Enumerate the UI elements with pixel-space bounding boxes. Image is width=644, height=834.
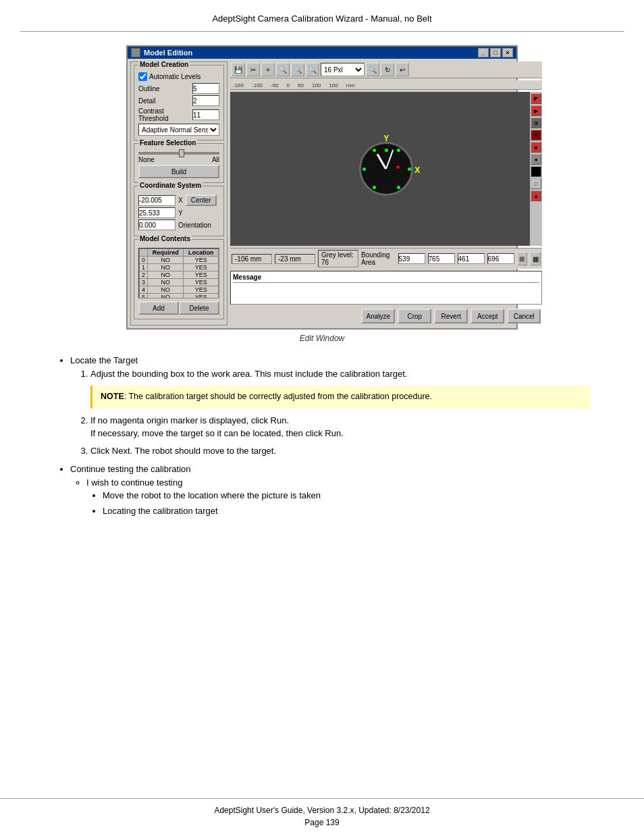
footer-guide: AdeptSight User's Guide, Version 3.2.x, … xyxy=(20,806,624,815)
continue-testing-list: I wish to continue testing Move the robo… xyxy=(70,476,590,518)
add-delete-row: Add Delete xyxy=(138,301,219,315)
accept-button[interactable]: Accept xyxy=(471,309,504,323)
zoom3-toolbar-btn[interactable]: 🔍 xyxy=(306,63,319,76)
x-input[interactable] xyxy=(138,195,176,206)
add-button[interactable]: Add xyxy=(138,301,179,315)
grid-btn1[interactable]: ⊞ xyxy=(517,252,528,265)
all-label: All xyxy=(212,156,219,163)
window-title: Model Edition xyxy=(144,49,192,57)
toolbar: 💾 ✂ + 🔍 🔍 🔍 16 Pxl 🔍 ↻ ↩ xyxy=(230,61,542,78)
model-creation-group: Model Creation Automatic Levels Outline xyxy=(134,65,224,140)
feature-slider-track xyxy=(138,152,219,155)
save-toolbar-btn[interactable]: 💾 xyxy=(232,63,245,76)
minimize-button[interactable]: _ xyxy=(478,48,489,57)
delete-button[interactable]: Delete xyxy=(179,301,219,315)
adaptive-select[interactable]: Adaptive Normal Sensitivity xyxy=(138,124,219,136)
bounding-b1[interactable] xyxy=(398,253,425,264)
bottom-buttons: Analyze Crop Revert Accept Cancel xyxy=(230,307,542,325)
ruler-tick: 0 xyxy=(287,82,290,88)
build-button[interactable]: Build xyxy=(138,165,219,178)
search-toolbar-btn[interactable]: 🔍 xyxy=(366,63,379,76)
window-body: Model Creation Automatic Levels Outline xyxy=(128,59,516,328)
feature-slider-thumb[interactable] xyxy=(179,149,184,157)
table-cell: 1 xyxy=(140,264,148,271)
grid-icon[interactable]: ⊞ xyxy=(531,118,541,128)
coordinate-system-title: Coordinate System xyxy=(138,182,203,189)
window-icon xyxy=(131,48,140,57)
coordinate-system-group: Coordinate System X Center Y xyxy=(134,186,224,236)
calibration-target: Y X xyxy=(359,142,413,196)
zoom-select[interactable]: 16 Pxl xyxy=(321,63,365,76)
table-cell: YES xyxy=(184,271,219,279)
feature-selection-title: Feature Selection xyxy=(138,139,197,147)
undo-toolbar-btn[interactable]: ↩ xyxy=(396,63,409,76)
bounding-b4[interactable] xyxy=(487,253,514,264)
white-icon[interactable]: □ xyxy=(531,178,541,189)
locating-target-label: Locating the calibration target xyxy=(103,506,218,516)
col-location: Location xyxy=(184,249,219,257)
contrast-label: Contrast Threshold xyxy=(138,107,192,122)
detail-input[interactable] xyxy=(192,95,219,106)
wish-continue-label: I wish to continue testing xyxy=(86,477,182,488)
note-bold: NOTE xyxy=(101,392,124,401)
red-arrow-icon[interactable]: ◤ xyxy=(531,93,541,104)
bounding-b2[interactable] xyxy=(428,253,455,264)
analyze-button[interactable]: Analyze xyxy=(361,309,395,323)
table-cell: NO xyxy=(148,294,184,299)
center-button[interactable]: Center xyxy=(186,194,217,206)
maximize-button[interactable]: □ xyxy=(490,48,501,57)
model-edition-window: Model Edition _ □ × Model Creation xyxy=(126,45,518,330)
plus-toolbar-btn[interactable]: + xyxy=(261,63,275,76)
window-controls[interactable]: _ □ × xyxy=(478,48,513,57)
refresh-toolbar-btn[interactable]: ↻ xyxy=(381,63,394,76)
square-icon[interactable]: ■ xyxy=(531,130,541,140)
table-cell: NO xyxy=(148,279,184,286)
bounding-b3[interactable] xyxy=(458,253,485,264)
table-cell: NO xyxy=(148,271,184,279)
triangle-icon[interactable]: ▲ xyxy=(531,190,541,201)
table-cell: YES xyxy=(184,264,219,271)
detail-row: Detail xyxy=(138,95,219,106)
message-area: Message xyxy=(230,271,542,305)
cancel-button[interactable]: Cancel xyxy=(507,309,541,323)
square2-icon[interactable]: ■ xyxy=(531,142,541,153)
x-coord-row: X Center xyxy=(138,194,219,206)
zoom2-toolbar-btn[interactable]: 🔍 xyxy=(291,63,304,76)
window-titlebar: Model Edition _ □ × xyxy=(128,47,516,59)
red-play-icon[interactable]: ▶ xyxy=(531,105,541,116)
orientation-row: Orientation xyxy=(138,219,219,230)
outline-input[interactable] xyxy=(192,83,219,94)
table-row: 5NOYES xyxy=(140,294,219,299)
orientation-input[interactable] xyxy=(138,219,176,230)
message-header: Message xyxy=(233,273,539,283)
right-icons-panel: ◤ ▶ ⊞ ■ ■ ● ■ □ ▲ xyxy=(530,92,542,246)
table-cell: 5 xyxy=(140,294,148,299)
table-cell: NO xyxy=(148,286,184,294)
table-cell: YES xyxy=(184,294,219,299)
canvas-area[interactable]: Y X xyxy=(230,92,542,246)
ruler-tick: 100 xyxy=(312,82,321,88)
feature-selection-group: Feature Selection None All B xyxy=(134,143,224,183)
black-icon[interactable]: ■ xyxy=(531,166,541,177)
contrast-input[interactable] xyxy=(192,109,219,120)
footer-page: Page 139 xyxy=(20,818,624,827)
revert-button[interactable]: Revert xyxy=(434,309,468,323)
step2b-text: If necessary, move the target so it can … xyxy=(90,428,344,438)
locate-target-label: Locate the Target xyxy=(70,355,138,365)
model-table-container[interactable]: Required Location 0NOYES1NOYES2NOYES3NOY… xyxy=(138,248,219,298)
zoom1-toolbar-btn[interactable]: 🔍 xyxy=(276,63,290,76)
table-row: 0NOYES xyxy=(140,257,219,264)
circle-icon[interactable]: ● xyxy=(531,154,541,165)
automatic-levels-checkbox[interactable] xyxy=(138,72,147,81)
locating-target-item: Locating the calibration target xyxy=(103,504,590,518)
locate-target-item: Locate the Target Adjust the bounding bo… xyxy=(70,354,590,457)
automatic-levels-row: Automatic Levels xyxy=(138,72,219,81)
cut-toolbar-btn[interactable]: ✂ xyxy=(246,63,260,76)
table-cell: 2 xyxy=(140,271,148,279)
y-input[interactable] xyxy=(138,207,176,218)
crop-button[interactable]: Crop xyxy=(398,309,431,323)
none-label: None xyxy=(138,156,155,163)
close-button[interactable]: × xyxy=(502,48,513,57)
screenshot-container: Model Edition _ □ × Model Creation xyxy=(54,45,590,343)
grid-btn2[interactable]: ▦ xyxy=(530,252,541,265)
